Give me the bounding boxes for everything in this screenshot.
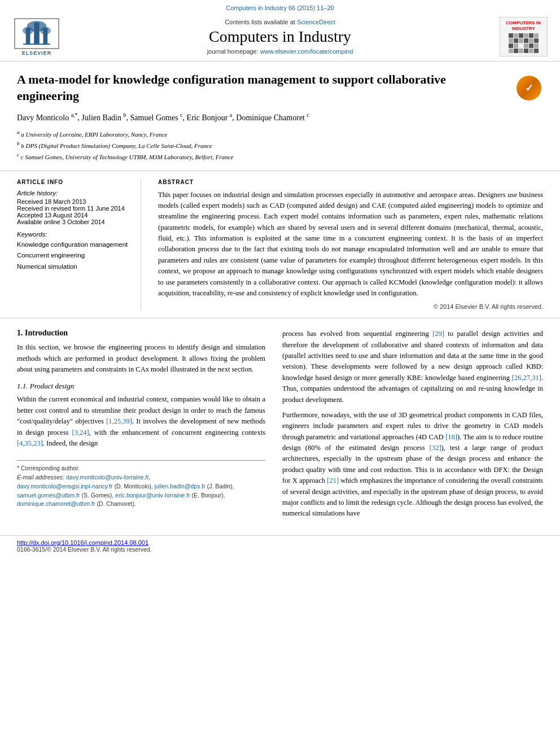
homepage-url[interactable]: www.elsevier.com/locate/compind — [260, 48, 353, 55]
affiliation-c: c c Samuel Gomes, University of Technolo… — [17, 151, 543, 162]
section1-right-para1: process has evolved from sequential engi… — [282, 329, 543, 405]
abstract-text: This paper focuses on industrial design … — [158, 190, 543, 299]
main-body: 1. Introduction In this section, we brow… — [0, 318, 560, 535]
doi-footer-link[interactable]: http://dx.doi.org/10.1016/j.compind.2014… — [17, 539, 148, 546]
ci-logo-text: COMPUTERS IN INDUSTRY — [506, 20, 540, 31]
svg-point-5 — [40, 27, 51, 34]
footer-doi[interactable]: http://dx.doi.org/10.1016/j.compind.2014… — [17, 539, 543, 546]
article-info-col: ARTICLE INFO Article history: Received 1… — [17, 179, 141, 311]
elsevier-text: ELSEVIER — [22, 50, 52, 56]
ref-29[interactable]: [29] — [432, 330, 444, 338]
contents-available: Contents lists available at ScienceDirec… — [62, 19, 498, 25]
email-5[interactable]: eric.bonjour@univ-lorraine.fr — [115, 492, 190, 499]
journal-header-row: ELSEVIER Contents lists available at Sci… — [11, 14, 549, 61]
footnotes: * Corresponding author. E-mail addresses… — [17, 464, 265, 509]
keywords-section: Keywords: Knowledge configuration manage… — [17, 231, 129, 273]
crossmark-icon: ✓ — [525, 82, 533, 94]
footnote-divider — [17, 460, 265, 464]
footnote-email: E-mail addresses: davy.monticolo@univ-lo… — [17, 473, 265, 509]
received-date: Received 18 March 2013 — [17, 198, 129, 205]
page: Computers in Industry 66 (2015) 11–20 — [0, 0, 560, 747]
ref-32[interactable]: [32] — [430, 444, 441, 452]
keyword-2: Concurrent engineering — [17, 250, 129, 261]
ref-4-35-23[interactable]: [4,35,23] — [17, 439, 43, 447]
keywords-list: Knowledge configuration management Concu… — [17, 239, 129, 273]
email-2[interactable]: davy.monticolo@ensgsi.inpl-nancy.fr — [17, 483, 113, 490]
sciencedirect-link[interactable]: ScienceDirect — [297, 19, 335, 25]
ref-21[interactable]: [21] — [327, 477, 339, 484]
affiliation-b: b b DPS (Digital Product Simulation) Com… — [17, 139, 543, 151]
two-col-section: ARTICLE INFO Article history: Received 1… — [0, 171, 560, 319]
footer-copyright: 0166-3615/© 2014 Elsevier B.V. All right… — [17, 546, 543, 553]
journal-homepage: journal homepage: www.elsevier.com/locat… — [62, 48, 498, 55]
ci-logo: COMPUTERS IN INDUSTRY — [498, 17, 549, 56]
doi-link-text[interactable]: Computers in Industry 66 (2015) 11–20 — [226, 5, 334, 11]
ref-3-24[interactable]: [3,24] — [72, 429, 89, 436]
journal-center: Contents lists available at ScienceDirec… — [62, 19, 498, 55]
affiliations: a a University of Lorraine, ERPI Laborat… — [17, 128, 543, 163]
section1-para1: In this section, we browse the engineeri… — [17, 342, 265, 375]
elsevier-logo: ELSEVIER — [11, 18, 62, 56]
ref-26-27-31[interactable]: [26,27,31] — [512, 374, 541, 382]
elsevier-tree-icon — [17, 20, 56, 47]
article-area: A meta-model for knowledge configuration… — [0, 62, 560, 171]
email-4[interactable]: samuel.gomes@utbm.fr — [17, 492, 80, 499]
doi-link[interactable]: Computers in Industry 66 (2015) 11–20 — [11, 5, 549, 11]
article-title-row: A meta-model for knowledge configuration… — [17, 72, 543, 104]
journal-header: Computers in Industry 66 (2015) 11–20 — [0, 0, 560, 62]
article-info-label: ARTICLE INFO — [17, 179, 129, 185]
keyword-1: Knowledge configuration management — [17, 239, 129, 251]
ref-1-25-39[interactable]: [1,25,39] — [106, 417, 132, 425]
body-col-left: 1. Introduction In this section, we brow… — [17, 329, 265, 523]
authors: Davy Monticolo a,*, Julien Badin b, Samu… — [17, 111, 543, 124]
email-1[interactable]: davy.monticolo@univ-lorraine.fr — [66, 474, 148, 480]
journal-title: Computers in Industry — [62, 28, 498, 46]
section1-sub1-para1: Within the current economical and indust… — [17, 394, 265, 449]
crossmark-circle: ✓ — [517, 76, 541, 101]
available-date: Available online 3 October 2014 — [17, 219, 129, 225]
affiliation-a: a a University of Lorraine, ERPI Laborat… — [17, 128, 543, 139]
abstract-col: ABSTRACT This paper focuses on industria… — [158, 179, 543, 311]
email-3[interactable]: julien.badin@dps.fr — [155, 483, 205, 490]
section1-sub1-heading: 1.1. Product design — [17, 382, 265, 391]
history-title: Article history: — [17, 190, 129, 196]
keyword-3: Numerical simulation — [17, 261, 129, 273]
ci-logo-box: COMPUTERS IN INDUSTRY — [500, 17, 548, 56]
ref-18[interactable]: [18] — [445, 433, 457, 441]
crossmark-logo[interactable]: ✓ — [515, 74, 543, 102]
abstract-label: ABSTRACT — [158, 179, 543, 185]
svg-point-4 — [23, 27, 33, 34]
article-title: A meta-model for knowledge configuration… — [17, 72, 469, 104]
email-6[interactable]: dominique.chamoret@utbm.fr — [17, 500, 95, 507]
ci-logo-grid — [509, 33, 539, 53]
article-history: Article history: Received 18 March 2013 … — [17, 190, 129, 225]
section1-heading: 1. Introduction — [17, 329, 265, 338]
accepted-date: Accepted 13 August 2014 — [17, 212, 129, 219]
abstract-copyright: © 2014 Elsevier B.V. All rights reserved… — [158, 303, 543, 310]
footer: http://dx.doi.org/10.1016/j.compind.2014… — [0, 535, 560, 555]
footnote-star: * Corresponding author. — [17, 464, 265, 473]
elsevier-logo-box — [14, 18, 59, 49]
section1-right-para2: Furthermore, nowadays, with the use of 3… — [282, 410, 543, 519]
body-col-right: process has evolved from sequential engi… — [282, 329, 543, 523]
revised-date: Received in revised form 11 June 2014 — [17, 205, 129, 212]
email-label: E-mail addresses: — [17, 474, 64, 480]
keywords-title: Keywords: — [17, 231, 129, 238]
